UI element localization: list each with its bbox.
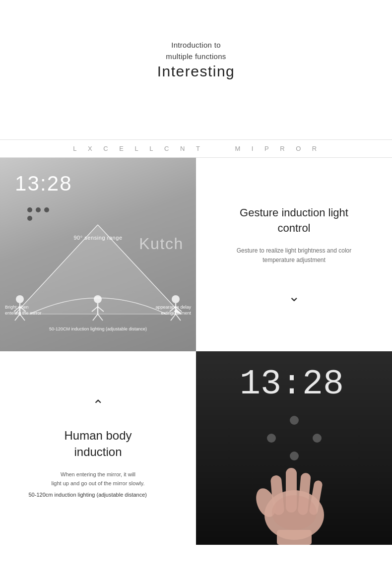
ticker-text: L X C E L L C N T M I P R O R [0,145,392,152]
chevron-up-icon: ⌃ [92,398,104,412]
digital-clock-svg: 13:28 [235,361,354,401]
hand-time-display: 13:28 [235,361,354,403]
mirror-image-panel: 13:28 Kutch 90° sensing range [0,158,196,351]
mirror-sensor-dots [27,207,57,221]
sensor-dot [27,207,32,212]
human-range-label: 50-120cm induction lighting (adjustable … [29,492,168,498]
header-section: Introduction to multiple functions Inter… [0,0,392,100]
svg-line-15 [98,314,103,321]
hand-gesture-panel: 13:28 [196,351,392,545]
hand-illustration [232,436,356,545]
gesture-description: Gesture to realize light brightness and … [235,246,354,265]
hand-svg [232,436,356,545]
interesting-title: Interesting [0,63,392,80]
svg-point-4 [16,295,24,303]
svg-point-10 [94,295,102,303]
sensor-dot [36,207,41,212]
main-grid: 13:28 Kutch 90° sensing range [0,158,392,545]
svg-rect-29 [277,530,312,545]
ticker-section: L X C E L L C N T M I P R O R [0,139,392,158]
label-bright-entering: Bright whenentering the mirror [5,304,42,317]
range-bottom-label: 50-120CM induction lighting (adjustable … [49,326,147,331]
chevron-down-icon: ⌄ [288,290,300,304]
svg-point-30 [272,495,317,530]
gesture-panel: Gesture induction lightcontrol Gesture t… [196,158,392,351]
sensing-area-diagram: 90° sensing range [0,222,196,322]
svg-text:13:28: 13:28 [240,365,344,401]
human-description: When entering the mirror, it will light … [51,470,144,488]
spacer [0,100,392,139]
label-appearance-delay: appearance delayextinguishment [155,304,191,317]
mirror-time-display: 13:28 [15,172,72,195]
intro-subtitle: Introduction to multiple functions [0,40,392,62]
human-title: Human bodyinduction [64,427,131,460]
svg-point-16 [172,295,180,303]
touch-dot [290,416,299,425]
gesture-title: Gesture induction lightcontrol [240,205,348,236]
sensor-dot [44,207,49,212]
human-body-panel: ⌃ Human bodyinduction When entering the … [0,351,196,545]
svg-line-14 [93,314,98,321]
sensor-dot [27,216,32,221]
